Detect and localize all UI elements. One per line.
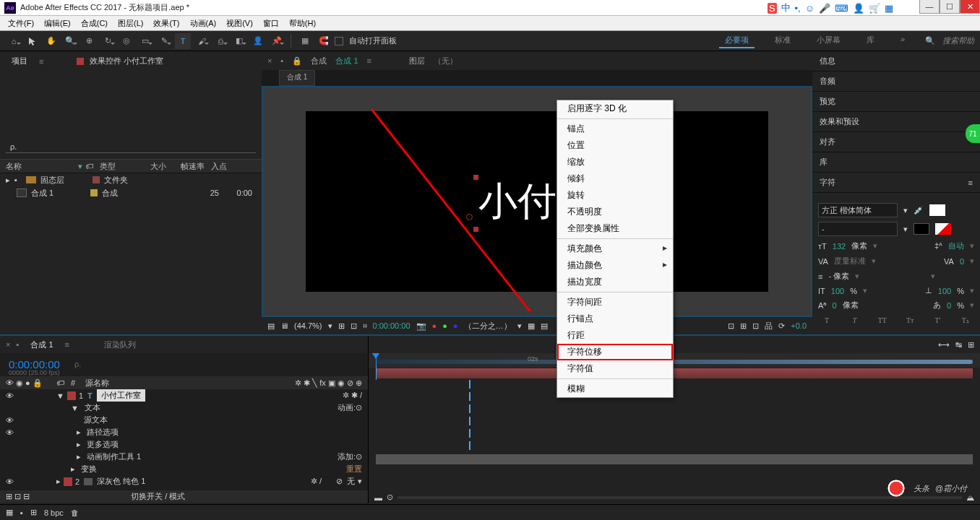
snap-btn[interactable]: 🧲 (316, 33, 332, 49)
eyedropper-icon[interactable]: 💉 (914, 206, 924, 215)
time-ruler[interactable]: 02s 04s (369, 353, 980, 368)
zoom-tool[interactable]: 🔍 (62, 33, 78, 49)
project-row-folder[interactable]: ▸▪ 固态层 文件夹 (0, 173, 262, 186)
menu-item[interactable]: 行锚点 (557, 311, 673, 327)
playhead[interactable] (376, 353, 377, 368)
wksp-library[interactable]: 库 (861, 33, 880, 48)
font-family[interactable]: 方正 楷体简体 (818, 203, 898, 217)
menu-item[interactable]: 模糊 (557, 381, 673, 397)
menu-item[interactable]: 倾斜 (557, 170, 673, 187)
fx-controls-label: 效果控件 小付工作室 (90, 56, 163, 66)
layer-row-2[interactable]: 👁 ▸ 2 深灰色 纯色 1 ✲ / ⊘无▾ (0, 475, 368, 488)
puppet-tool[interactable]: 📌 (269, 33, 285, 49)
project-row-comp[interactable]: 合成 1 合成 25 0:00 (0, 186, 262, 199)
menu-item[interactable]: 旋转 (557, 187, 673, 204)
panel-preview[interactable]: 预览 (812, 92, 980, 112)
composition-panel: ×▪ 🔒 合成 合成 1≡ 图层 （无） 合成 1 小付工 ▤🖥 (262, 51, 812, 334)
minimize-button[interactable]: — (919, 0, 940, 14)
menu-item[interactable]: 描边宽度 (557, 274, 673, 290)
menu-item[interactable]: 启用逐字 3D 化 (557, 100, 673, 117)
fill-swatch[interactable] (929, 204, 945, 216)
menu-item[interactable]: 不透明度 (557, 204, 673, 220)
help-search[interactable]: 搜索帮助 (942, 35, 974, 46)
menu-item[interactable]: 字符位移 (557, 344, 673, 360)
auto-open-checkbox[interactable] (335, 37, 343, 46)
notification-badge[interactable]: 71 (966, 124, 980, 143)
text-tool[interactable]: T (175, 33, 191, 49)
menu-view[interactable]: 视图(V) (221, 18, 258, 29)
shape-tool[interactable]: ▭ (137, 33, 153, 49)
menu-item[interactable]: 描边颜色 (557, 257, 673, 274)
panel-align[interactable]: 对齐 (812, 132, 980, 152)
timeline-panel: ×▪ 合成 1≡ 渲染队列 0:00:00:00 ρ. 00000 (25.00… (0, 334, 980, 503)
wksp-overflow[interactable]: » (895, 33, 911, 48)
right-panels: 信息 音频 预览 效果和预设 对齐 库 字符≡ 方正 楷体简体▾ 💉 -▾ тT… (812, 51, 980, 334)
panel-character[interactable]: 字符≡ (812, 173, 980, 193)
font-style[interactable]: - (818, 222, 898, 236)
rotate-tool[interactable]: ↻ (100, 33, 116, 49)
menu-edit[interactable]: 编辑(E) (39, 18, 76, 29)
animator-context-menu[interactable]: 启用逐字 3D 化锚点位置缩放倾斜旋转不透明度全部变换属性填充颜色描边颜色描边宽… (556, 100, 674, 398)
wksp-essentials[interactable]: 必要项 (719, 33, 755, 48)
comp-tab[interactable]: 合成 1 (279, 70, 315, 86)
wksp-standard[interactable]: 标准 (769, 33, 796, 48)
panel-library[interactable]: 库 (812, 152, 980, 173)
menu-item[interactable]: 字符值 (557, 360, 673, 377)
toolbar: ⌂ ✋ 🔍 ⊕ ↻ ◎ ▭ ✎ T 🖌 ⎙ ◧ 👤 📌 ▦ 🧲 自动打开面板 必… (0, 31, 980, 51)
panel-audio[interactable]: 音频 (812, 72, 980, 92)
menu-layer[interactable]: 图层(L) (113, 18, 148, 29)
selection-tool[interactable] (25, 33, 40, 49)
statusbar: ▦▪⊞ 8 bpc🗑 (0, 504, 980, 520)
menu-item[interactable]: 字符间距 (557, 294, 673, 311)
orbit-tool[interactable]: ⊕ (81, 33, 97, 49)
search-icon: ρ. (10, 142, 17, 151)
project-cols: 名称 ▾ 🏷 类型 大小 帧速率 入点 (0, 159, 262, 173)
maximize-button[interactable]: ☐ (940, 0, 960, 14)
menu-item[interactable]: 锚点 (557, 121, 673, 137)
project-tab[interactable]: 项目 (6, 54, 33, 68)
toggle-btn[interactable]: ▦ (297, 33, 313, 49)
eraser-tool[interactable]: ◧ (231, 33, 247, 49)
pen-tool[interactable]: ✎ (156, 33, 172, 49)
wksp-small[interactable]: 小屏幕 (811, 33, 846, 48)
stamp-tool[interactable]: ⎙ (212, 33, 228, 49)
menu-comp[interactable]: 合成(C) (76, 18, 113, 29)
panel-effects[interactable]: 效果和预设 (812, 112, 980, 132)
menubar[interactable]: 文件(F) 编辑(E) 合成(C) 图层(L) 效果(T) 动画(A) 视图(V… (0, 16, 980, 31)
menu-item[interactable]: 位置 (557, 137, 673, 154)
app-logo: Ae (4, 2, 16, 14)
viewer[interactable]: 小付工 (262, 86, 812, 317)
folder-icon (26, 176, 36, 183)
brush-tool[interactable]: 🖌 (194, 33, 210, 49)
comp-icon (17, 188, 27, 197)
character-panel: 方正 楷体简体▾ 💉 -▾ тT132像素▾ ‡ᴬ自动▾ VA度量标准▾ VA0… (812, 193, 980, 335)
panel-info[interactable]: 信息 (812, 51, 980, 72)
menu-window[interactable]: 窗口 (258, 18, 284, 29)
anchor-tool[interactable]: ◎ (119, 33, 134, 49)
auto-open-label: 自动打开面板 (349, 35, 397, 46)
menu-anim[interactable]: 动画(A) (185, 18, 222, 29)
home-tool[interactable]: ⌂ (6, 33, 22, 49)
fx-chip (64, 58, 71, 65)
layer-row-1[interactable]: 👁 ▼ 1 T 小付工作室 ✲ ✱ / (0, 389, 368, 402)
menu-effect[interactable]: 效果(T) (148, 18, 184, 29)
close-button[interactable]: ✕ (960, 0, 980, 14)
roto-tool[interactable]: 👤 (250, 33, 266, 49)
menu-help[interactable]: 帮助(H) (284, 18, 321, 29)
stroke-swatch[interactable] (914, 223, 929, 235)
viewer-controls[interactable]: ▤🖥 (44.7%)▾ ⊞⊡⌗ 0:00:00:00 📷 ●●● （二分之…）▾… (262, 317, 812, 334)
menu-item[interactable]: 填充颜色 (557, 240, 673, 257)
menu-item[interactable]: 行距 (557, 327, 673, 344)
project-search[interactable]: ρ. (6, 141, 256, 153)
menu-item[interactable]: 缩放 (557, 154, 673, 170)
menu-item[interactable]: 全部变换属性 (557, 220, 673, 237)
timecode[interactable]: 0:00:00:00 (9, 358, 60, 370)
watermark: 头条 @霜小付 (885, 477, 967, 500)
workspace-switcher[interactable]: 必要项 标准 小屏幕 库 » (719, 33, 911, 48)
menu-file[interactable]: 文件(F) (3, 18, 39, 29)
window-title: Adobe After Effects CC 2017 - 无标题项目.aep … (20, 2, 189, 13)
comp-name[interactable]: 合成 1 (335, 56, 358, 66)
titlebar: Ae Adobe After Effects CC 2017 - 无标题项目.a… (0, 0, 980, 16)
hand-tool[interactable]: ✋ (43, 33, 59, 49)
nofill-swatch[interactable] (935, 223, 951, 235)
